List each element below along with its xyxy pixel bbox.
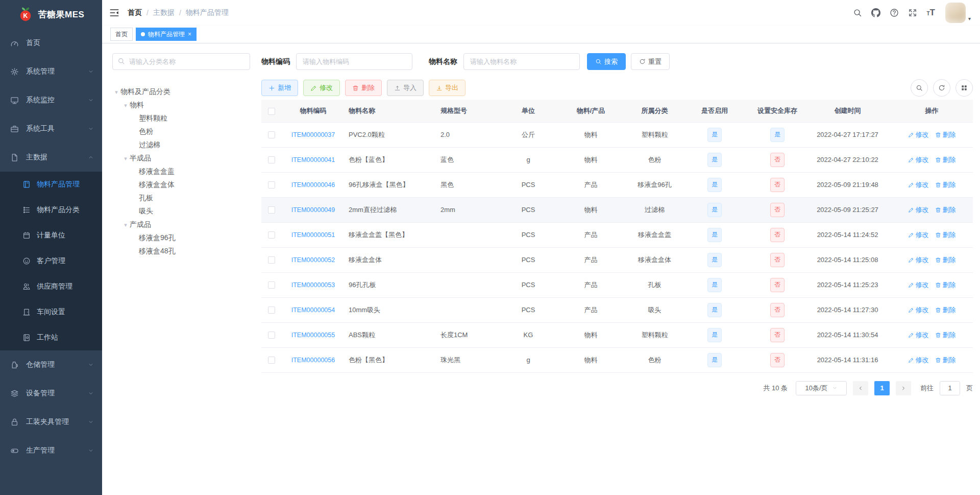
tree-node[interactable]: ▾移液盒盒体 (112, 178, 250, 192)
tree-node[interactable]: ▾过滤棉 (112, 138, 250, 152)
tab-item[interactable]: 首页 (110, 28, 133, 41)
material-code-link[interactable]: ITEM00000037 (291, 131, 335, 138)
tree-node[interactable]: ▾移液盒96孔 (112, 231, 250, 245)
row-checkbox[interactable] (268, 206, 275, 214)
row-delete-link[interactable]: 删除 (935, 331, 956, 340)
reset-button[interactable]: 重置 (631, 53, 670, 70)
export-button[interactable]: 导出 (429, 80, 465, 96)
caret-down-icon[interactable]: ▾ (121, 102, 130, 109)
sidebar-item-equipment[interactable]: 设备管理 (0, 379, 102, 408)
sidebar-item-gear[interactable]: 系统管理 (0, 57, 102, 86)
edit-button[interactable]: 修改 (303, 80, 340, 96)
row-checkbox[interactable] (268, 307, 275, 314)
sidebar-item-dashboard[interactable]: 首页 (0, 29, 102, 57)
page-1-button[interactable]: 1 (874, 381, 890, 395)
sidebar-subitem-workstation[interactable]: 工作站 (0, 325, 102, 350)
row-edit-link[interactable]: 修改 (908, 280, 929, 290)
header-search-icon[interactable] (853, 8, 862, 17)
sidebar-subitem-measure-unit[interactable]: 计量单位 (0, 223, 102, 248)
sidebar-toggle-icon[interactable] (109, 8, 119, 18)
page-size-select[interactable]: 10条/页 (796, 381, 847, 395)
tree-node[interactable]: ▾吸头 (112, 205, 250, 218)
font-size-icon[interactable]: TT (926, 8, 935, 18)
select-all-checkbox[interactable] (268, 108, 275, 115)
tree-node[interactable]: ▾移液盒盒盖 (112, 165, 250, 178)
search-button[interactable]: 搜索 (587, 53, 626, 70)
row-checkbox[interactable] (268, 231, 275, 239)
row-edit-link[interactable]: 修改 (908, 180, 929, 190)
breadcrumb-home[interactable]: 首页 (128, 8, 142, 17)
row-checkbox[interactable] (268, 332, 275, 339)
material-code-link[interactable]: ITEM00000053 (291, 281, 335, 289)
avatar[interactable] (945, 3, 966, 23)
row-edit-link[interactable]: 修改 (908, 155, 929, 164)
material-code-link[interactable]: ITEM00000054 (291, 307, 335, 314)
category-search-input[interactable] (112, 53, 250, 70)
github-icon[interactable] (871, 8, 880, 17)
tree-node[interactable]: ▾半成品 (112, 152, 250, 165)
sidebar-item-monitor[interactable]: 系统监控 (0, 86, 102, 114)
material-name-input[interactable] (463, 53, 580, 70)
row-delete-link[interactable]: 删除 (935, 356, 956, 365)
row-delete-link[interactable]: 删除 (935, 255, 956, 265)
row-checkbox[interactable] (268, 156, 275, 163)
sidebar-item-warehouse[interactable]: 仓储管理 (0, 350, 102, 379)
tab-item[interactable]: 物料产品管理× (136, 28, 197, 41)
material-code-link[interactable]: ITEM00000046 (291, 181, 335, 188)
sidebar-subitem-customer[interactable]: 客户管理 (0, 248, 102, 274)
delete-button[interactable]: 删除 (345, 80, 382, 96)
tree-node[interactable]: ▾色粉 (112, 125, 250, 138)
row-delete-link[interactable]: 删除 (935, 205, 956, 215)
row-edit-link[interactable]: 修改 (908, 305, 929, 315)
row-checkbox[interactable] (268, 357, 275, 364)
fullscreen-icon[interactable] (908, 8, 917, 17)
row-checkbox[interactable] (268, 281, 275, 289)
user-menu[interactable]: ▾ (945, 3, 971, 23)
material-code-link[interactable]: ITEM00000052 (291, 256, 335, 264)
material-code-link[interactable]: ITEM00000049 (291, 206, 335, 214)
row-edit-link[interactable]: 修改 (908, 230, 929, 240)
breadcrumb-master-data[interactable]: 主数据 (153, 8, 175, 17)
columns-toggle-button[interactable] (955, 79, 973, 97)
refresh-table-button[interactable] (933, 79, 950, 97)
tree-node[interactable]: ▾孔板 (112, 192, 250, 205)
row-edit-link[interactable]: 修改 (908, 205, 929, 215)
goto-page-input[interactable] (940, 381, 960, 395)
material-code-link[interactable]: ITEM00000051 (291, 231, 335, 239)
row-checkbox[interactable] (268, 256, 275, 264)
help-icon[interactable] (890, 8, 899, 17)
material-code-link[interactable]: ITEM00000041 (291, 156, 335, 163)
add-button[interactable]: 新增 (261, 80, 298, 96)
sidebar-subitem-material-product[interactable]: 物料产品管理 (0, 172, 102, 197)
tree-node[interactable]: ▾物料 (112, 99, 250, 112)
sidebar-subitem-material-category[interactable]: 物料产品分类 (0, 197, 102, 223)
tree-node[interactable]: ▾物料及产品分类 (112, 85, 250, 99)
sidebar-subitem-supplier[interactable]: 供应商管理 (0, 274, 102, 299)
tree-node[interactable]: ▾产成品 (112, 218, 250, 231)
material-code-input[interactable] (296, 53, 412, 70)
row-delete-link[interactable]: 删除 (935, 130, 956, 139)
prev-page-button[interactable] (853, 381, 868, 395)
caret-down-icon[interactable]: ▾ (121, 155, 130, 162)
row-edit-link[interactable]: 修改 (908, 255, 929, 265)
show-search-button[interactable] (911, 79, 928, 97)
row-delete-link[interactable]: 删除 (935, 280, 956, 290)
close-icon[interactable]: × (188, 31, 191, 37)
material-code-link[interactable]: ITEM00000055 (291, 332, 335, 339)
row-delete-link[interactable]: 删除 (935, 180, 956, 190)
next-page-button[interactable] (896, 381, 911, 395)
row-delete-link[interactable]: 删除 (935, 230, 956, 240)
row-edit-link[interactable]: 修改 (908, 130, 929, 139)
sidebar-subitem-workshop[interactable]: 车间设置 (0, 299, 102, 325)
row-checkbox[interactable] (268, 131, 275, 138)
row-edit-link[interactable]: 修改 (908, 331, 929, 340)
app-logo[interactable]: K 苦糖果MES (0, 0, 102, 29)
import-button[interactable]: 导入 (387, 80, 424, 96)
material-code-link[interactable]: ITEM00000056 (291, 357, 335, 364)
row-delete-link[interactable]: 删除 (935, 155, 956, 164)
caret-down-icon[interactable]: ▾ (112, 89, 120, 96)
tree-node[interactable]: ▾塑料颗粒 (112, 112, 250, 125)
sidebar-item-toolbox[interactable]: 系统工具 (0, 114, 102, 143)
sidebar-item-master-data[interactable]: 主数据 (0, 143, 102, 172)
tree-node[interactable]: ▾移液盒48孔 (112, 245, 250, 258)
